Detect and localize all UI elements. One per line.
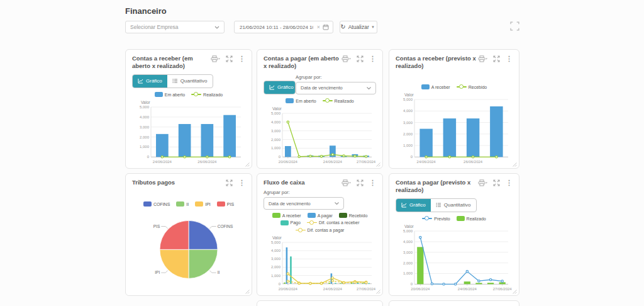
company-select-placeholder: Selecionar Empresa (130, 24, 179, 30)
chart-legend: PrevistoRealizado (396, 216, 513, 222)
export-print-icon[interactable] (211, 55, 220, 62)
tab-quantitativo[interactable]: Quantitativo (431, 199, 476, 212)
expand-icon[interactable] (226, 179, 233, 186)
svg-text:2,000: 2,000 (140, 135, 150, 139)
groupby-control: Agrupar por: Data de vencimento (264, 190, 376, 210)
expand-icon[interactable] (357, 179, 364, 186)
tab-grafico-label: Gráfico (277, 84, 294, 90)
svg-text:3,000: 3,000 (140, 125, 150, 128)
tab-grafico[interactable]: Gráfico (264, 81, 296, 94)
tab-quantitativo[interactable]: Quantitativo (167, 75, 213, 88)
chevron-down-icon (335, 202, 339, 205)
legend-item[interactable]: Realizado (457, 216, 486, 221)
svg-text:0: 0 (279, 155, 281, 159)
kebab-menu-icon[interactable]: ⋮ (369, 55, 376, 62)
export-print-icon[interactable] (478, 179, 487, 186)
export-print-icon[interactable] (341, 55, 351, 62)
bar-chart: Valor01,0002,0003,0004,0005,00024/06/202… (396, 91, 513, 164)
panel-title: Contas a pagar (previsto x realizado) (396, 179, 477, 195)
svg-text:24/06/2024: 24/06/2024 (323, 287, 343, 291)
legend-item[interactable]: Pago (280, 220, 301, 225)
legend-item[interactable]: Dif. contas a pagar (296, 227, 345, 233)
expand-icon[interactable] (493, 55, 500, 62)
legend-item[interactable]: COFINS (143, 201, 170, 207)
legend-item[interactable]: Dif. contas a receber (307, 220, 360, 225)
legend-item[interactable]: Realizado (323, 98, 354, 104)
groupby-control: Agrupar por: Data de vencimento (296, 74, 376, 94)
tab-grafico[interactable]: Gráfico (133, 75, 167, 88)
legend-item[interactable]: A receber (272, 213, 301, 218)
svg-text:1,000: 1,000 (271, 146, 281, 150)
legend-item[interactable]: Previsto (422, 216, 450, 222)
tab-grafico-label: Gráfico (409, 202, 426, 208)
resize-handle-icon[interactable] (245, 289, 250, 294)
chart-icon (401, 202, 407, 208)
resize-handle-icon[interactable] (512, 162, 517, 167)
legend-swatch-bar (280, 220, 289, 225)
resize-handle-icon[interactable] (245, 162, 250, 167)
legend-item[interactable]: A pagar (308, 213, 333, 218)
chart-legend: COFINSIIIPIPIS (132, 201, 245, 207)
kebab-menu-icon[interactable]: ⋮ (506, 179, 513, 186)
legend-item[interactable]: A receber (421, 84, 450, 89)
tab-grafico-label: Gráfico (146, 78, 162, 84)
page-fullscreen-icon[interactable] (510, 21, 519, 31)
expand-icon[interactable] (226, 55, 233, 62)
kebab-menu-icon[interactable]: ⋮ (369, 179, 376, 186)
export-print-icon[interactable] (478, 55, 487, 62)
legend-swatch-bar (155, 92, 163, 97)
legend-item[interactable]: Em aberto (286, 98, 316, 103)
resize-handle-icon[interactable] (512, 289, 517, 294)
panel-title: Contas a receber (em aberto x realizado) (132, 55, 211, 71)
expand-icon[interactable] (493, 179, 500, 186)
legend-swatch-bar (457, 216, 465, 221)
legend-item[interactable]: II (176, 201, 189, 207)
svg-text:Valor: Valor (272, 106, 282, 111)
legend-item[interactable]: Recebido (339, 213, 368, 218)
kebab-menu-icon[interactable]: ⋮ (238, 179, 245, 186)
legend-item[interactable]: IPI (195, 201, 211, 207)
svg-text:20/06/2024: 20/06/2024 (279, 160, 298, 164)
svg-text:24/06/2024: 24/06/2024 (458, 287, 477, 291)
refresh-button[interactable]: ↻ Atualizar (340, 21, 370, 33)
svg-text:2,000: 2,000 (271, 137, 281, 141)
legend-label: Dif. contas a pagar (308, 228, 345, 232)
groupby-select[interactable]: Data de vencimento (264, 197, 344, 210)
panel-contas-pagar-previsto: Contas a pagar (previsto x realizado) ⋮ … (389, 173, 519, 296)
legend-item[interactable]: PIS (217, 201, 234, 207)
date-range-input[interactable] (238, 24, 314, 31)
company-select[interactable]: Selecionar Empresa (125, 21, 225, 33)
chevron-down-icon (214, 26, 219, 29)
view-toggle: Gráfico Quantitativo (132, 74, 213, 88)
svg-text:2,000: 2,000 (271, 266, 281, 269)
svg-text:20/06/2024: 20/06/2024 (411, 287, 430, 291)
calendar-icon[interactable] (323, 24, 329, 30)
legend-item[interactable]: Realizado (191, 92, 223, 98)
clear-date-icon[interactable]: × (317, 25, 320, 30)
refresh-options-button[interactable]: ▼ (369, 21, 377, 33)
resize-handle-icon[interactable] (375, 162, 380, 167)
bar-chart: Valor01,0002,0003,0004,0005,00020/06/202… (264, 105, 376, 164)
export-print-icon[interactable] (341, 179, 351, 186)
svg-text:0: 0 (279, 282, 281, 286)
kebab-menu-icon[interactable]: ⋮ (238, 55, 245, 62)
legend-label: Recebido (469, 85, 487, 89)
legend-swatch-line (191, 92, 201, 98)
bar-chart: Valor01,0002,0003,0004,0005,00024/06/202… (132, 99, 245, 164)
expand-icon[interactable] (357, 55, 364, 62)
date-range-picker[interactable]: × (234, 21, 333, 33)
legend-swatch-bar (217, 201, 225, 207)
tab-grafico[interactable]: Gráfico (396, 199, 431, 212)
chart-legend: A receberA pagarRecebidoPagoDif. contas … (264, 213, 376, 233)
kebab-menu-icon[interactable]: ⋮ (506, 55, 513, 62)
legend-label: PIS (227, 202, 234, 207)
groupby-select[interactable]: Data de vencimento (296, 82, 376, 94)
legend-swatch-bar (286, 98, 294, 103)
page-title: Financeiro (125, 6, 167, 16)
resize-handle-icon[interactable] (375, 289, 380, 294)
legend-swatch-line (307, 220, 317, 225)
legend-label: Realizado (203, 93, 223, 97)
legend-item[interactable]: Recebido (457, 84, 487, 90)
legend-item[interactable]: Em aberto (155, 92, 185, 97)
panel-contas-pagar-em-aberto: Contas a pagar (em aberto x realizado) ⋮… (257, 49, 383, 169)
